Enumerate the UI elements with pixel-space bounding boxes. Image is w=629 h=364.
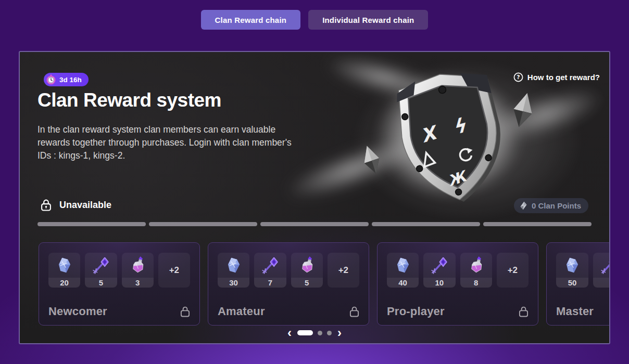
reward-item-tile: 40 — [387, 253, 419, 288]
reward-item-tile — [593, 253, 610, 288]
reward-card-amateur[interactable]: 30 7 5 +2 Amateur — [208, 242, 369, 326]
item-count: 5 — [85, 278, 117, 288]
lock-icon — [180, 306, 190, 318]
reward-progress-bar — [37, 222, 592, 226]
timer-badge: 3d 16h — [44, 73, 89, 86]
clan-points-badge: 0 Clan Points — [514, 198, 588, 213]
reward-card-master[interactable]: 50 Master — [546, 242, 610, 326]
reward-item-tile: 30 — [218, 253, 249, 288]
carousel-page-dot[interactable] — [327, 331, 332, 335]
tab-individual-reward-chain[interactable]: Individual Reward chain — [308, 10, 428, 30]
magic-wand-icon — [599, 255, 610, 275]
reward-card-pro-player[interactable]: 40 10 8 +2 Pro-player — [377, 242, 538, 326]
reward-chain-tabs: Clan Reward chain Individual Reward chai… — [0, 10, 629, 30]
item-count: 40 — [387, 278, 419, 288]
reward-item-tile: 20 — [48, 253, 80, 288]
potion-icon — [466, 255, 486, 275]
crystal-gem-icon — [55, 255, 74, 275]
reward-card-newcomer[interactable]: 20 5 3 +2 Newcomer — [39, 242, 200, 326]
item-count: 50 — [556, 278, 588, 288]
tab-clan-reward-chain[interactable]: Clan Reward chain — [201, 10, 301, 30]
clan-points-label: 0 Clan Points — [532, 201, 581, 210]
reward-item-tile: 3 — [122, 253, 154, 288]
item-count: 5 — [291, 278, 323, 288]
carousel-page-active[interactable] — [297, 330, 313, 335]
stopwatch-icon — [46, 74, 56, 85]
how-to-get-reward-link[interactable]: ? How to get reward? — [513, 72, 600, 82]
item-count: 30 — [218, 278, 249, 288]
page-description: In the clan reward system clan members c… — [37, 123, 298, 162]
magic-wand-icon — [91, 255, 111, 275]
potion-icon — [128, 255, 147, 275]
reward-items: 30 7 5 +2 — [218, 253, 359, 288]
more-items-tile: +2 — [328, 253, 359, 288]
crystal-gem-icon — [224, 255, 244, 275]
lock-icon — [349, 306, 359, 318]
reward-items: 20 5 3 +2 — [48, 253, 190, 288]
card-title: Pro-player — [387, 305, 445, 318]
clan-gem-icon — [519, 201, 528, 211]
crystal-gem-icon — [562, 255, 582, 275]
reward-tier-cards: 20 5 3 +2 Newcomer — [39, 242, 610, 326]
item-count — [593, 278, 610, 288]
item-count: 8 — [460, 278, 492, 288]
progress-segment — [372, 222, 480, 226]
status-label: Unavailable — [59, 200, 111, 211]
card-title: Master — [556, 305, 594, 318]
crystal-gem-icon — [393, 255, 413, 275]
card-title: Newcomer — [48, 305, 107, 318]
carousel-prev-button[interactable]: ‹ — [286, 328, 293, 338]
progress-segment — [37, 222, 146, 226]
shield: X ϟ Ж — [393, 67, 511, 210]
more-items-tile: +2 — [497, 253, 529, 288]
card-title: Amateur — [218, 305, 265, 318]
progress-segment — [149, 222, 257, 226]
magic-wand-icon — [430, 255, 449, 275]
timer-label: 3d 16h — [59, 76, 82, 84]
clan-shield-illustration: X ϟ Ж — [339, 59, 558, 215]
crystal-right — [510, 91, 536, 129]
page-title: Clan Reward system — [37, 89, 221, 111]
carousel-next-button[interactable]: › — [336, 328, 343, 338]
reward-items: 40 10 8 +2 — [387, 253, 529, 288]
reward-item-tile: 5 — [85, 253, 117, 288]
question-icon: ? — [513, 72, 523, 82]
svg-text:?: ? — [517, 74, 520, 81]
crystal-left — [359, 144, 383, 176]
item-count: 20 — [48, 278, 80, 288]
status-row: Unavailable — [41, 199, 111, 212]
lock-icon — [519, 306, 529, 318]
item-count: 10 — [423, 278, 455, 288]
progress-segment — [483, 222, 592, 226]
item-count: 7 — [254, 278, 286, 288]
lock-icon — [41, 199, 52, 212]
progress-segment — [260, 222, 369, 226]
carousel-page-dot[interactable] — [318, 331, 322, 335]
reward-item-tile: 50 — [556, 253, 588, 288]
reward-item-tile: 8 — [460, 253, 492, 288]
cards-carousel-controls: ‹ › — [286, 328, 343, 338]
reward-item-tile: 10 — [423, 253, 455, 288]
more-items-tile: +2 — [158, 253, 190, 288]
reward-items: 50 — [556, 253, 610, 288]
clan-reward-panel: X ϟ Ж 3d 16h Clan Reward system In the c… — [19, 51, 610, 344]
magic-wand-icon — [260, 255, 280, 275]
reward-item-tile: 7 — [254, 253, 286, 288]
item-count: 3 — [122, 278, 154, 288]
potion-icon — [297, 255, 317, 275]
reward-item-tile: 5 — [291, 253, 323, 288]
help-label: How to get reward? — [527, 73, 600, 82]
